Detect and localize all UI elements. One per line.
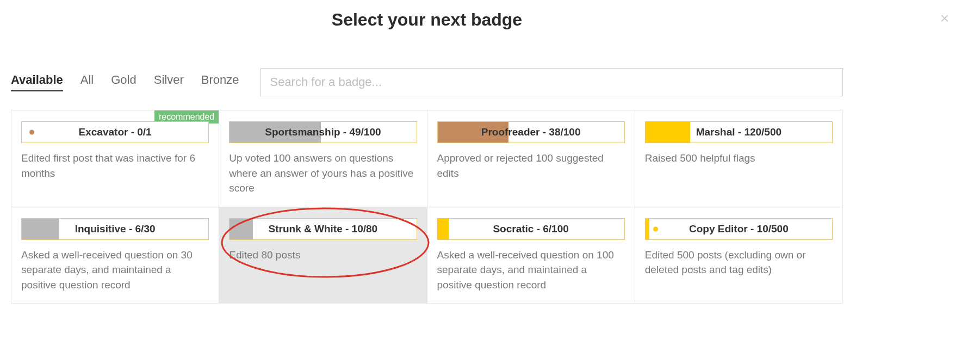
badge-label: Strunk & White - 10/80 [269,223,378,235]
badge-cell[interactable]: Sportsmanship - 49/100Up voted 100 answe… [219,110,427,207]
badge-progress-bar[interactable]: Copy Editor - 10/500 [645,218,833,240]
badge-progress-bar[interactable]: Excavator - 0/1 [21,121,209,143]
badge-cell[interactable]: Socratic - 6/100Asked a well-received qu… [427,207,635,304]
badge-description: Asked a well-received question on 30 sep… [21,248,209,293]
badge-tier-dot-icon [29,130,34,135]
badge-progress-bar[interactable]: Sportsmanship - 49/100 [229,121,417,143]
tab-gold[interactable]: Gold [111,73,136,91]
badge-cell[interactable]: Copy Editor - 10/500Edited 500 posts (ex… [635,207,843,304]
badge-label: Socratic - 6/100 [493,223,568,235]
badge-cell[interactable]: Inquisitive - 6/30Asked a well-received … [11,207,219,304]
annotation-circle-icon [216,205,434,281]
badge-cell[interactable]: recommendedExcavator - 0/1Edited first p… [11,110,219,207]
badge-progress-fill [22,219,59,239]
badge-progress-bar[interactable]: Marshal - 120/500 [645,121,833,143]
badge-label: Inquisitive - 6/30 [75,223,156,235]
badge-progress-bar[interactable]: Strunk & White - 10/80 [229,218,417,240]
badge-cell[interactable]: Strunk & White - 10/80Edited 80 posts [219,207,427,304]
badge-label: Marshal - 120/500 [696,126,781,138]
badge-progress-fill [646,122,690,143]
badge-progress-fill [230,219,253,239]
badge-description: Edited first post that was inactive for … [21,151,209,181]
tab-available[interactable]: Available [11,73,63,91]
badge-progress-bar[interactable]: Inquisitive - 6/30 [21,218,209,240]
badge-progress-fill [646,219,649,239]
dialog-title: Select your next badge [11,10,843,30]
tab-all[interactable]: All [80,73,94,91]
tab-silver[interactable]: Silver [154,73,184,91]
badge-cell[interactable]: Proofreader - 38/100Approved or rejected… [427,110,635,207]
close-icon[interactable]: × [940,11,949,26]
badge-progress-bar[interactable]: Proofreader - 38/100 [437,121,625,143]
badge-progress-fill [438,219,449,239]
filter-tabs: Available All Gold Silver Bronze [11,73,239,91]
badge-cell[interactable]: Marshal - 120/500Raised 500 helpful flag… [635,110,843,207]
search-input[interactable] [260,68,843,96]
badge-label: Excavator - 0/1 [79,126,152,138]
badge-tier-dot-icon [653,226,658,231]
badge-description: Raised 500 helpful flags [645,151,833,166]
badge-label: Copy Editor - 10/500 [689,223,789,235]
badge-description: Edited 500 posts (excluding own or delet… [645,248,833,277]
badge-grid: recommendedExcavator - 0/1Edited first p… [11,110,843,304]
badge-description: Up voted 100 answers on questions where … [229,151,417,196]
badge-description: Asked a well-received question on 100 se… [437,248,625,293]
tab-bronze[interactable]: Bronze [201,73,239,91]
badge-description: Edited 80 posts [229,248,417,263]
badge-progress-bar[interactable]: Socratic - 6/100 [437,218,625,240]
badge-label: Proofreader - 38/100 [481,126,581,138]
badge-label: Sportsmanship - 49/100 [265,126,381,138]
badge-description: Approved or rejected 100 suggested edits [437,151,625,181]
